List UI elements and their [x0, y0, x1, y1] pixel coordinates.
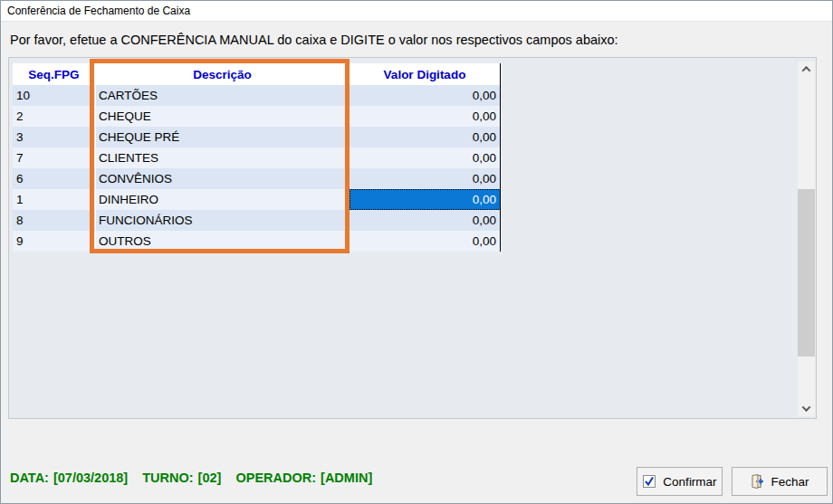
window-title: Conferência de Fechamento de Caixa — [7, 5, 190, 17]
confirm-button-label: Confirmar — [663, 475, 716, 489]
cell-seq: 7 — [13, 147, 96, 168]
vertical-scrollbar[interactable] — [798, 62, 815, 416]
column-header-desc: Descrição — [96, 63, 349, 85]
exit-door-icon — [750, 474, 764, 489]
confirm-button[interactable]: Confirmar — [637, 467, 723, 496]
payment-grid: Seq.FPG Descrição Valor Digitado 10 CART… — [13, 63, 501, 252]
grid-header-row: Seq.FPG Descrição Valor Digitado — [13, 63, 501, 85]
operator-label: OPERADOR: — [235, 471, 316, 485]
chevron-down-icon — [802, 403, 811, 412]
date-value: [07/03/2018] — [53, 471, 128, 485]
cell-seq: 1 — [13, 189, 96, 210]
cell-desc: OUTROS — [96, 231, 349, 252]
status-bar: DATA:[07/03/2018] TURNO:[02] OPERADOR:[A… — [10, 471, 383, 485]
title-bar: Conferência de Fechamento de Caixa — [1, 1, 832, 22]
cell-valor-selected[interactable]: 0,00 — [349, 189, 501, 210]
table-panel: Seq.FPG Descrição Valor Digitado 10 CART… — [8, 57, 817, 419]
cell-valor[interactable]: 0,00 — [349, 127, 501, 147]
table-row[interactable]: 3 CHEQUE PRÉ 0,00 — [13, 127, 501, 147]
table-row-selected[interactable]: 1 DINHEIRO 0,00 — [13, 189, 501, 210]
date-label: DATA: — [10, 471, 49, 485]
table-row[interactable]: 8 FUNCIONÁRIOS 0,00 — [13, 210, 501, 231]
chevron-up-icon — [802, 66, 811, 75]
cell-desc: CARTÕES — [96, 85, 349, 106]
cell-valor[interactable]: 0,00 — [349, 147, 501, 168]
cell-seq: 3 — [13, 127, 96, 147]
cash-closing-dialog: Conferência de Fechamento de Caixa Por f… — [0, 0, 833, 504]
table-row[interactable]: 7 CLIENTES 0,00 — [13, 147, 501, 168]
cell-seq: 9 — [13, 231, 96, 252]
cell-seq: 10 — [13, 85, 96, 106]
table-row[interactable]: 10 CARTÕES 0,00 — [13, 85, 501, 106]
table-row[interactable]: 2 CHEQUE 0,00 — [13, 106, 501, 127]
cell-seq: 2 — [13, 106, 96, 127]
cell-desc: CLIENTES — [96, 147, 349, 168]
cell-desc: CHEQUE — [96, 106, 349, 127]
scroll-down-button[interactable] — [798, 401, 815, 416]
cell-valor[interactable]: 0,00 — [349, 85, 501, 106]
cell-desc: CHEQUE PRÉ — [96, 127, 349, 147]
scrollbar-thumb[interactable] — [798, 189, 815, 357]
checkbox-checked-icon — [642, 474, 656, 489]
operator-value: [ADMIN] — [321, 471, 372, 485]
cell-valor[interactable]: 0,00 — [349, 231, 501, 252]
close-button-label: Fechar — [771, 475, 809, 489]
shift-value: [02] — [198, 471, 222, 485]
instruction-text: Por favor, efetue a CONFERÊNCIA MANUAL d… — [10, 33, 618, 47]
shift-label: TURNO: — [142, 471, 193, 485]
column-header-valor: Valor Digitado — [349, 63, 501, 85]
cell-valor[interactable]: 0,00 — [349, 106, 501, 127]
cell-seq: 6 — [13, 168, 96, 189]
scroll-up-button[interactable] — [798, 62, 815, 77]
column-header-seq: Seq.FPG — [13, 63, 96, 85]
cell-desc: CONVÊNIOS — [96, 168, 349, 189]
close-button[interactable]: Fechar — [732, 467, 828, 496]
cell-seq: 8 — [13, 210, 96, 231]
cell-desc: FUNCIONÁRIOS — [96, 210, 349, 231]
table-row[interactable]: 9 OUTROS 0,00 — [13, 231, 501, 252]
cell-desc: DINHEIRO — [96, 189, 349, 210]
cell-valor[interactable]: 0,00 — [349, 168, 501, 189]
cell-valor[interactable]: 0,00 — [349, 210, 501, 231]
table-row[interactable]: 6 CONVÊNIOS 0,00 — [13, 168, 501, 189]
